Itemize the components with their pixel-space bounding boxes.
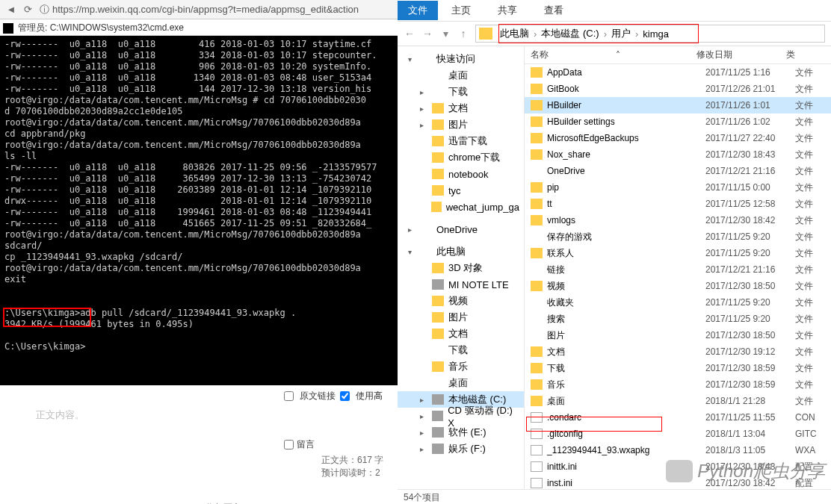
cmd-icon bbox=[3, 23, 13, 34]
sidebar-item[interactable]: 迅雷下载 bbox=[398, 133, 524, 149]
file-row[interactable]: 图片2017/12/30 18:50文件 bbox=[525, 327, 831, 343]
orig-link-checkbox[interactable] bbox=[284, 391, 294, 401]
column-headers: 名称˄ 修改日期 类 bbox=[525, 46, 831, 64]
highlight-box-wxapkg bbox=[526, 417, 662, 432]
col-name[interactable]: 名称 bbox=[531, 49, 549, 61]
file-row[interactable]: 联系人2017/11/25 9:20文件 bbox=[525, 245, 831, 261]
info-icon[interactable]: ⓘ bbox=[36, 3, 52, 16]
sidebar-item[interactable]: ▸OneDrive bbox=[398, 221, 524, 237]
sidebar-item[interactable]: MI NOTE LTE bbox=[398, 276, 524, 293]
file-row[interactable]: OneDrive2017/12/21 21:16文件 bbox=[525, 163, 831, 179]
use-high-label: 使用高 bbox=[356, 390, 383, 402]
wechat-icon bbox=[666, 460, 693, 482]
folder-icon bbox=[479, 28, 492, 40]
sidebar-item[interactable]: ▸CD 驱动器 (D:) X bbox=[398, 408, 524, 424]
watermark: Python爬虫分享 bbox=[666, 459, 825, 483]
sidebar-item[interactable]: tyc bbox=[398, 182, 524, 199]
file-row[interactable]: 搜索2017/11/25 9:20文件 bbox=[525, 311, 831, 327]
highlight-box-prompt bbox=[3, 308, 91, 327]
cmd-titlebar: 管理员: C:\WINDOWS\system32\cmd.exe bbox=[0, 21, 398, 36]
sidebar: ▾快速访问桌面▸下载▸文档▸图片迅雷下载chrome下载notebooktycw… bbox=[398, 46, 525, 489]
watermark-text: Python爬虫分享 bbox=[697, 459, 825, 483]
file-row[interactable]: Nox_share2017/12/30 18:43文件 bbox=[525, 146, 831, 163]
file-row[interactable]: _1123949441_93.wxapkg2018/1/3 11:05WXA bbox=[525, 442, 831, 458]
file-row[interactable]: MicrosoftEdgeBackups2017/11/27 22:40文件 bbox=[525, 130, 831, 146]
sidebar-item[interactable]: 桌面 bbox=[398, 67, 524, 84]
sidebar-item[interactable]: 视频 bbox=[398, 293, 524, 309]
reply-label: 留言 bbox=[297, 438, 315, 451]
nav-up-icon[interactable]: ↑ bbox=[457, 28, 469, 40]
file-row[interactable]: pip2017/11/15 0:00文件 bbox=[525, 179, 831, 196]
sidebar-item[interactable]: ▸娱乐 (F:) bbox=[398, 441, 524, 457]
sidebar-item[interactable]: 图片 bbox=[398, 309, 524, 326]
cmd-title-text: 管理员: C:\WINDOWS\system32\cmd.exe bbox=[18, 22, 184, 34]
col-type[interactable]: 类 bbox=[786, 49, 816, 61]
sidebar-item[interactable]: ▸下载 bbox=[398, 84, 524, 100]
sidebar-item[interactable]: ▸图片 bbox=[398, 116, 524, 133]
orig-link-label: 原文链接 bbox=[300, 390, 336, 402]
nav-row: ← → ▾ ↑ 此电脑› 本地磁盘 (C:)› 用户› kimga bbox=[398, 21, 831, 46]
file-row[interactable]: 视频2017/12/30 18:50文件 bbox=[525, 278, 831, 294]
use-high-checkbox[interactable] bbox=[340, 391, 350, 401]
ribbon: 文件 主页 共享 查看 bbox=[398, 0, 831, 21]
terminal[interactable]: -rw------- u0_a118 u0_a118 416 2018-01-0… bbox=[0, 36, 398, 385]
file-row[interactable]: AppData2017/11/25 1:16文件 bbox=[525, 64, 831, 81]
file-row[interactable]: 下载2017/12/30 18:59文件 bbox=[525, 360, 831, 376]
back-icon[interactable]: ◄ bbox=[3, 4, 19, 15]
sidebar-item[interactable]: 桌面 bbox=[398, 375, 524, 391]
ribbon-tab-file[interactable]: 文件 bbox=[398, 1, 438, 20]
file-row[interactable]: 链接2017/12/21 21:16文件 bbox=[525, 261, 831, 278]
file-row[interactable]: HBuilder settings2017/11/26 1:02文件 bbox=[525, 113, 831, 130]
browser-bar: ◄ ⟳ ⓘ https://mp.weixin.qq.com/cgi-bin/a… bbox=[0, 0, 398, 19]
sidebar-item[interactable]: chrome下载 bbox=[398, 149, 524, 166]
sidebar-item[interactable]: 下载 bbox=[398, 342, 524, 358]
nav-recent-icon[interactable]: ▾ bbox=[439, 28, 451, 40]
sidebar-item[interactable]: ▸文档 bbox=[398, 100, 524, 116]
sidebar-item[interactable]: ▾快速访问 bbox=[398, 51, 524, 67]
ribbon-tab-home[interactable]: 主页 bbox=[438, 1, 484, 20]
file-row[interactable]: 保存的游戏2017/11/25 9:20文件 bbox=[525, 228, 831, 245]
file-row[interactable]: GitBook2017/12/26 21:01文件 bbox=[525, 81, 831, 97]
read-time: 预计阅读时：2 bbox=[321, 467, 398, 479]
editor-panel: 原文链接 使用高 正文内容。 留言 正文共：617 字 预计阅读时：2 ︽ 收起… bbox=[0, 385, 398, 504]
ribbon-tab-share[interactable]: 共享 bbox=[484, 1, 531, 20]
sidebar-item[interactable]: wechat_jump_ga bbox=[398, 199, 524, 215]
sidebar-item[interactable]: ▾此电脑 bbox=[398, 243, 524, 260]
nav-fwd-icon[interactable]: → bbox=[421, 28, 433, 40]
word-count: 正文共：617 字 bbox=[321, 454, 398, 467]
url-text[interactable]: https://mp.weixin.qq.com/cgi-bin/appmsg?… bbox=[52, 4, 359, 15]
file-row[interactable]: 收藏夹2017/11/25 9:20文件 bbox=[525, 294, 831, 311]
status-bar: 54个项目 bbox=[398, 489, 831, 504]
ribbon-tab-view[interactable]: 查看 bbox=[531, 1, 577, 20]
nav-back-icon[interactable]: ← bbox=[404, 28, 416, 40]
breadcrumb[interactable]: 此电脑› 本地磁盘 (C:)› 用户› kimga bbox=[475, 25, 825, 43]
file-row[interactable]: HBuilder2017/11/26 1:01文件 bbox=[525, 97, 831, 113]
sidebar-item[interactable]: 3D 对象 bbox=[398, 260, 524, 276]
file-row[interactable]: 桌面2018/1/1 21:28文件 bbox=[525, 393, 831, 409]
file-row[interactable]: 音乐2017/12/30 18:59文件 bbox=[525, 376, 831, 393]
reload-icon[interactable]: ⟳ bbox=[19, 4, 36, 15]
sidebar-item[interactable]: 文档 bbox=[398, 326, 524, 342]
body-placeholder[interactable]: 正文内容。 bbox=[36, 408, 398, 422]
highlight-box-breadcrumb bbox=[498, 24, 699, 43]
file-row[interactable]: vmlogs2017/12/30 18:42文件 bbox=[525, 212, 831, 228]
file-row[interactable]: tt2017/11/25 12:58文件 bbox=[525, 196, 831, 212]
file-row[interactable]: 文档2017/12/30 19:12文件 bbox=[525, 343, 831, 360]
sidebar-item[interactable]: notebook bbox=[398, 166, 524, 182]
checkbox-row: 原文链接 使用高 bbox=[284, 390, 398, 402]
reply-checkbox[interactable] bbox=[284, 440, 294, 449]
sort-icon[interactable]: ˄ bbox=[616, 50, 620, 60]
sidebar-item[interactable]: 音乐 bbox=[398, 358, 524, 375]
col-date[interactable]: 修改日期 bbox=[696, 49, 786, 61]
